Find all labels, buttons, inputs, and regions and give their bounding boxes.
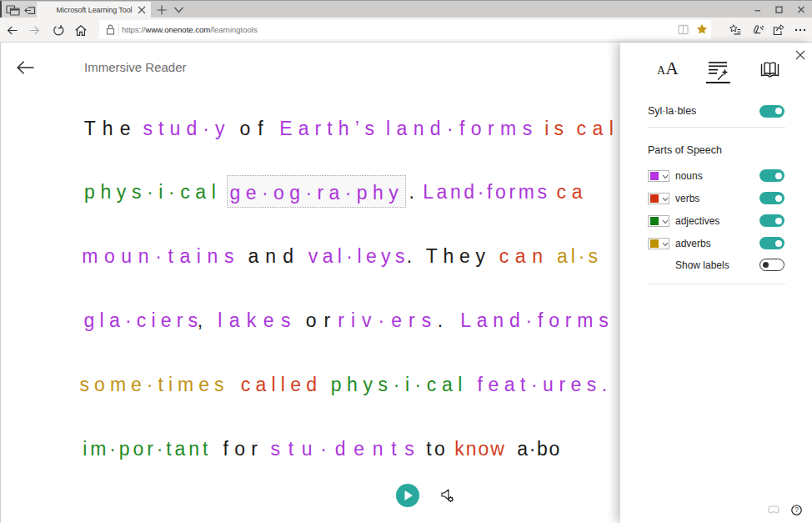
svg-text:?: ? xyxy=(794,505,799,514)
